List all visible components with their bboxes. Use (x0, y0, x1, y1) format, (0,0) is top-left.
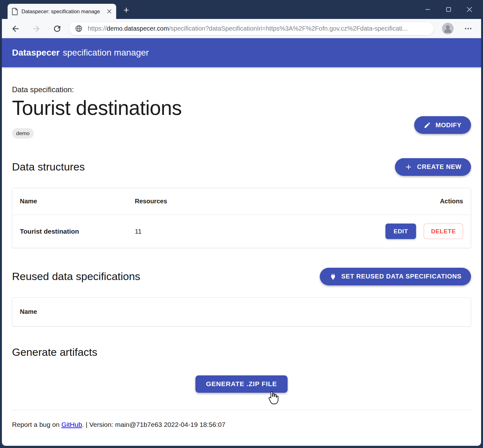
github-link[interactable]: GitHub (61, 421, 82, 428)
reused-specs-table: Name (12, 297, 471, 326)
table-row: Tourist destination 11 EDIT DELETE (12, 215, 471, 248)
globe-icon (75, 25, 83, 33)
url-text: https://demo.dataspecer.com/specificatio… (88, 25, 408, 32)
table-header-row: Name (12, 298, 471, 326)
app-subtitle: specification manager (63, 48, 149, 58)
pencil-icon (424, 122, 431, 129)
profile-avatar-icon[interactable] (442, 23, 454, 34)
footer-divider (12, 410, 471, 410)
new-tab-icon[interactable]: + (122, 6, 131, 15)
page-favicon-icon (12, 8, 18, 15)
delete-button[interactable]: DELETE (424, 224, 463, 239)
plus-icon (404, 163, 413, 171)
forward-icon[interactable] (32, 24, 41, 33)
spec-label: Data specification: (12, 85, 471, 94)
browser-titlebar: Dataspecer: specification manage + (0, 0, 483, 19)
modify-button[interactable]: MODIFY (414, 116, 471, 134)
data-structures-table: Name Resources Actions Tourist destinati… (12, 188, 471, 248)
overflow-menu-icon[interactable]: ⋯ (462, 23, 475, 33)
spec-tag-chip: demo (12, 128, 34, 139)
column-resources: Resources (135, 198, 375, 205)
page-content: Data specification: Tourist destinations… (2, 85, 481, 428)
generate-zip-button[interactable]: GENERATE .ZIP FILE (195, 375, 288, 393)
table-header-row: Name Resources Actions (12, 188, 471, 215)
back-icon[interactable] (11, 24, 20, 33)
maximize-icon[interactable] (438, 0, 459, 19)
refresh-icon[interactable] (52, 24, 62, 33)
column-actions: Actions (375, 198, 463, 205)
data-structures-heading: Data structures (12, 161, 85, 173)
address-bar[interactable]: https://demo.dataspecer.com/specificatio… (69, 22, 434, 35)
row-name: Tourist destination (20, 228, 135, 235)
plug-icon (329, 273, 337, 280)
column-name: Name (20, 308, 463, 315)
set-reused-specs-button[interactable]: SET REUSED DATA SPECIFICATIONS (320, 268, 471, 285)
minimize-icon[interactable] (417, 0, 438, 19)
tab-close-icon[interactable] (107, 9, 112, 14)
app-header: Dataspecer specification manager (2, 38, 481, 67)
reused-specs-heading: Reused data specifications (12, 270, 140, 283)
page-title: Tourist destinations (12, 97, 471, 120)
tab-title: Dataspecer: specification manage (21, 9, 104, 15)
footer-text: Report a bug on GitHub. | Version: main@… (12, 421, 471, 428)
row-resources: 11 (135, 228, 375, 235)
app-brand: Dataspecer (12, 48, 60, 58)
browser-chrome: https://demo.dataspecer.com/specificatio… (2, 19, 481, 446)
browser-tab[interactable]: Dataspecer: specification manage (8, 4, 116, 19)
column-name: Name (20, 198, 135, 205)
window-controls (417, 0, 480, 19)
close-window-icon[interactable] (459, 0, 480, 19)
generate-artifacts-heading: Generate artifacts (12, 346, 471, 358)
browser-window: { "browser": { "tab_title": "Dataspecer:… (0, 0, 483, 448)
browser-toolbar: https://demo.dataspecer.com/specificatio… (2, 19, 481, 38)
edit-button[interactable]: EDIT (385, 224, 416, 239)
create-new-button[interactable]: CREATE NEW (395, 158, 471, 176)
